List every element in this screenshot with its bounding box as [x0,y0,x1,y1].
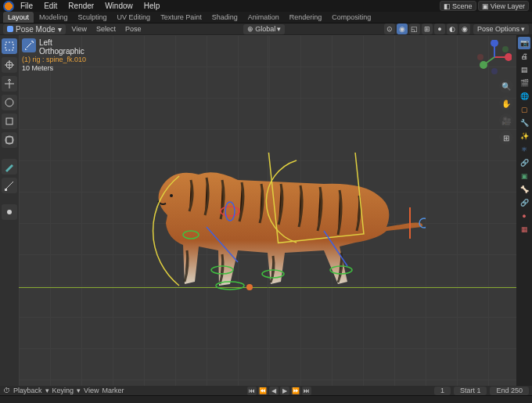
pan-icon[interactable]: ✋ [499,96,513,110]
tool-transform[interactable] [2,132,17,148]
menu-help[interactable]: Help [139,0,165,12]
play-icon[interactable]: ▶ [280,387,289,395]
menu-file[interactable]: File [16,0,38,12]
chevron-down-icon: ▾ [58,25,62,34]
menu-keying[interactable]: Keying [52,387,74,394]
material-shading-icon[interactable]: ◐ [447,23,458,34]
perspective-icon[interactable]: ⊞ [499,131,513,145]
svg-rect-8 [5,189,7,191]
start-frame[interactable]: Start 1 [454,387,487,395]
timeline-editor-icon[interactable]: ⏱ [3,387,10,394]
top-menubar: File Edit Render Window Help ◧ Scene ▣ V… [0,0,532,12]
camera-icon[interactable]: 🎥 [499,113,513,128]
mode-label: Pose Mode [16,25,56,34]
menu-select[interactable]: Select [93,25,119,33]
svg-point-32 [502,46,509,52]
tool-annotate[interactable] [2,159,17,175]
svg-point-28 [491,40,498,47]
tool-select-box[interactable] [2,38,17,54]
svg-point-31 [491,68,498,74]
ptab-object[interactable]: ▢ [518,103,530,116]
view-layer-name: View Layer [491,2,525,10]
svg-point-10 [170,194,173,197]
viewport-header: Pose Mode ▾ View Select Pose ⊕ Global ▾ … [0,23,532,35]
overlays-icon[interactable]: ◉ [397,23,408,34]
menu-edit[interactable]: Edit [39,0,62,12]
tab-uv-editing[interactable]: UV Editing [113,12,156,23]
timeline-track[interactable] [0,395,532,403]
tab-sculpting[interactable]: Sculpting [74,12,112,23]
tool-measure[interactable] [2,178,17,193]
orientation-label: Global [255,25,275,33]
menu-render[interactable]: Render [63,0,99,12]
orientation-selector[interactable]: ⊕ Global ▾ [243,24,285,34]
ptab-output[interactable]: 🖨 [518,50,530,63]
tab-animation[interactable]: Animation [243,12,284,23]
tool-scale[interactable] [2,113,17,129]
zoom-icon[interactable]: 🔍 [499,79,513,93]
wireframe-icon[interactable]: ⊞ [422,23,433,34]
ptab-world[interactable]: 🌐 [518,90,530,103]
next-key-icon[interactable]: ⏩ [291,387,300,395]
end-frame[interactable]: End 250 [490,387,529,395]
ptab-material[interactable]: ● [518,210,530,222]
menu-timeline-view[interactable]: View [84,387,99,394]
xray-icon[interactable]: ◱ [409,23,420,34]
distance-label: 10 Meters [22,64,86,72]
svg-rect-6 [6,137,13,143]
ptab-modifiers[interactable]: 🔧 [518,117,530,129]
menu-pose[interactable]: Pose [122,25,145,33]
snap-icon[interactable]: ⊙ [384,23,395,34]
menu-view[interactable]: View [69,25,90,33]
solid-shading-icon[interactable]: ● [434,23,445,34]
navigation-gizmo[interactable] [477,40,512,74]
tab-layout[interactable]: Layout [3,12,34,23]
ptab-particles[interactable]: ✨ [518,130,530,142]
viewport-shading-group: ⊙ ◉ ◱ ⊞ ● ◐ ◉ [384,23,470,34]
properties-tabs: 📷 🖨 ▤ 🎬 🌐 ▢ 🔧 ✨ ⚛ 🔗 ▣ 🦴 🔗 ● ▦ [516,35,532,386]
svg-point-23 [246,284,253,290]
ptab-scene[interactable]: 🎬 [518,77,530,89]
menu-window[interactable]: Window [100,0,138,12]
tool-move[interactable] [2,76,17,92]
tab-shading[interactable]: Shading [207,12,243,23]
mode-selector[interactable]: Pose Mode ▾ [3,24,66,34]
tool-rotate[interactable] [2,95,17,110]
pose-mode-icon [7,26,13,32]
globe-icon: ⊕ [247,25,253,33]
rendered-shading-icon[interactable]: ◉ [459,23,470,34]
tab-texture-paint[interactable]: Texture Paint [156,12,207,23]
svg-rect-5 [6,118,13,124]
tab-rendering[interactable]: Rendering [285,12,327,23]
tab-compositing[interactable]: Compositing [327,12,376,23]
ptab-bone-constraint[interactable]: 🔗 [518,196,530,209]
viewport-3d[interactable]: Left Orthographic (1) rig : spine_fk.010… [19,35,516,386]
timeline-header: ⏱ Playback ▾ Keying ▾ View Marker ⏮ ⏪ ◀ … [0,386,532,395]
play-controls: ⏮ ⏪ ◀ ▶ ⏩ ⏭ [247,387,311,395]
view-layer-selector[interactable]: ▣ View Layer [478,1,529,11]
tool-breakdowner[interactable] [2,204,17,220]
play-reverse-icon[interactable]: ◀ [269,387,279,395]
ptab-data[interactable]: ▣ [518,170,530,182]
nav-icons: 🔍 ✋ 🎥 ⊞ [499,79,513,145]
ptab-view-layer[interactable]: ▤ [518,63,530,76]
ptab-physics[interactable]: ⚛ [518,143,530,156]
ptab-render[interactable]: 📷 [518,37,530,49]
jump-start-icon[interactable]: ⏮ [247,387,257,395]
tool-cursor[interactable] [2,57,17,73]
ptab-texture[interactable]: ▦ [518,223,530,236]
scene-selector[interactable]: ◧ Scene [440,1,476,11]
pose-options[interactable]: Pose Options ▾ [473,24,529,34]
toolbar-left [0,35,19,386]
tab-modeling[interactable]: Modeling [34,12,73,23]
viewport-overlay-info: Left Orthographic (1) rig : spine_fk.010… [22,38,86,72]
svg-point-29 [480,61,487,69]
menu-playback[interactable]: Playback [13,387,42,394]
ptab-constraints[interactable]: 🔗 [518,157,530,169]
layer-icon: ▣ [482,2,489,10]
menu-marker[interactable]: Marker [102,387,124,394]
prev-key-icon[interactable]: ⏪ [258,387,268,395]
current-frame[interactable]: 1 [434,387,451,395]
jump-end-icon[interactable]: ⏭ [302,387,311,395]
ptab-bone[interactable]: 🦴 [518,183,530,196]
